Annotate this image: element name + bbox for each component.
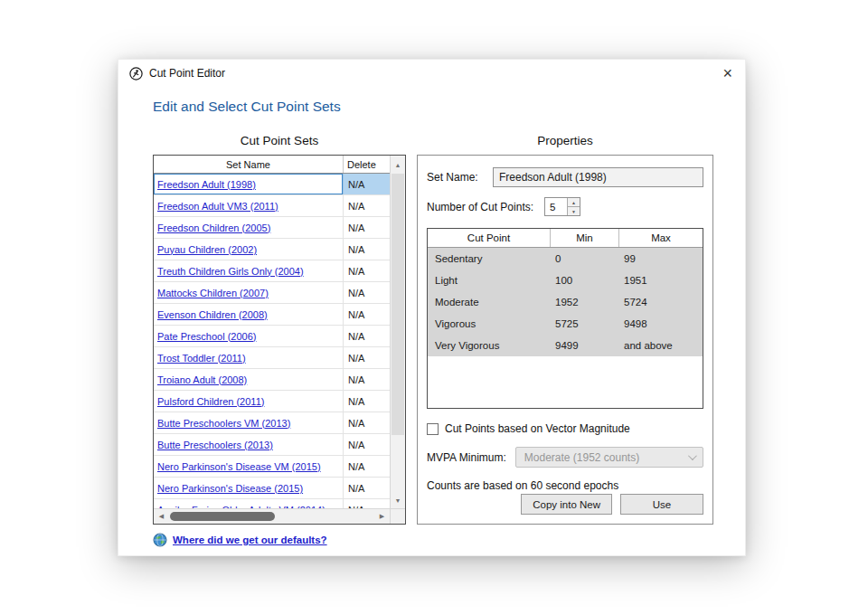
cut-point-min: 9499 — [550, 335, 618, 356]
set-name-cell[interactable]: Freedson Adult (1998) — [154, 174, 343, 194]
set-name-cell[interactable]: Evenson Children (2008) — [154, 304, 343, 325]
set-name-cell[interactable]: Pate Preschool (2006) — [154, 326, 343, 346]
set-name-link[interactable]: Nero Parkinson's Disease (2015) — [157, 483, 303, 494]
set-row[interactable]: Trost Toddler (2011) N/A — [154, 347, 390, 369]
column-header-cut-point: Cut Point — [428, 229, 550, 247]
vector-magnitude-checkbox[interactable] — [427, 423, 439, 435]
set-name-cell[interactable]: Butte Preschoolers (2013) — [154, 434, 343, 455]
set-name-cell[interactable]: Treuth Children Girls Only (2004) — [154, 260, 343, 281]
window-title: Cut Point Editor — [149, 67, 225, 80]
set-row[interactable]: Freedson Adult (1998) N/A — [154, 174, 390, 195]
mvpa-minimum-value: Moderate (1952 counts) — [524, 451, 639, 464]
chevron-down-icon — [688, 451, 697, 460]
left-arrow-icon: ◀ — [159, 513, 164, 519]
delete-cell: N/A — [343, 347, 390, 368]
set-row[interactable]: Freedson Children (2005) N/A — [154, 217, 390, 239]
down-arrow-icon: ▼ — [395, 497, 401, 504]
set-name-cell[interactable]: Puyau Children (2002) — [154, 239, 343, 260]
set-name-link[interactable]: Butte Preschoolers (2013) — [157, 440, 273, 450]
vertical-scrollbar[interactable] — [390, 174, 405, 493]
set-name-link[interactable]: Freedson Children (2005) — [157, 222, 270, 233]
mvpa-minimum-dropdown: Moderate (1952 counts) — [515, 447, 703, 468]
set-row[interactable]: Nero Parkinson's Disease (2015) N/A — [154, 478, 390, 499]
set-name-cell[interactable]: Freedson Adult VM3 (2011) — [154, 195, 343, 216]
set-row[interactable]: Butte Preschoolers VM (2013) N/A — [154, 412, 390, 434]
set-name-row: Set Name: — [427, 167, 703, 187]
delete-cell: N/A — [343, 260, 390, 281]
delete-cell: N/A — [343, 217, 390, 238]
num-cut-points-row: Number of Cut Points: 5 ▲ ▼ — [427, 197, 703, 216]
cut-point-min: 5725 — [550, 313, 618, 335]
cut-point-name: Light — [428, 270, 550, 291]
set-row[interactable]: Nero Parkinson's Disease VM (2015) N/A — [154, 456, 390, 478]
globe-help-icon — [153, 533, 167, 547]
set-row[interactable]: Pate Preschool (2006) N/A — [154, 326, 390, 347]
set-name-cell[interactable]: Freedson Children (2005) — [154, 217, 343, 238]
set-name-cell[interactable]: Trost Toddler (2011) — [154, 347, 343, 368]
set-row[interactable]: Troiano Adult (2008) N/A — [154, 369, 390, 391]
vertical-scrollbar-thumb[interactable] — [392, 174, 404, 435]
scroll-up-button[interactable]: ▲ — [390, 156, 405, 174]
cut-point-editor-window: Cut Point Editor × Edit and Select Cut P… — [118, 59, 746, 556]
set-row[interactable]: Freedson Adult VM3 (2011) N/A — [154, 195, 390, 217]
set-row[interactable]: Butte Preschoolers (2013) N/A — [154, 434, 390, 456]
spin-down-button[interactable]: ▼ — [568, 207, 580, 215]
cut-point-max: and above — [618, 335, 703, 356]
scroll-left-button[interactable]: ◀ — [154, 513, 169, 520]
num-cut-points-stepper[interactable]: 5 ▲ ▼ — [544, 197, 580, 216]
delete-cell: N/A — [343, 239, 390, 260]
set-row[interactable]: Treuth Children Girls Only (2004) N/A — [154, 260, 390, 282]
delete-cell: N/A — [343, 369, 390, 390]
set-name-link[interactable]: Evenson Children (2008) — [157, 309, 268, 320]
set-name-cell[interactable]: Mattocks Children (2007) — [154, 282, 343, 303]
set-row[interactable]: Pulsford Children (2011) N/A — [154, 391, 390, 412]
column-header-set-name[interactable]: Set Name — [154, 159, 343, 170]
set-name-link[interactable]: Treuth Children Girls Only (2004) — [157, 266, 304, 277]
set-name-link[interactable]: Freedson Adult (1998) — [157, 179, 256, 190]
set-row[interactable]: Puyau Children (2002) N/A — [154, 239, 390, 260]
use-button[interactable]: Use — [620, 494, 703, 515]
set-name-cell[interactable]: Butte Preschoolers VM (2013) — [154, 412, 343, 433]
right-arrow-icon: ▶ — [380, 513, 384, 519]
set-name-input[interactable] — [493, 167, 703, 187]
horizontal-scrollbar[interactable]: ◀ ▶ — [154, 508, 390, 524]
set-name-cell[interactable]: Pulsford Children (2011) — [154, 391, 343, 412]
set-name-link[interactable]: Pulsford Children (2011) — [157, 396, 264, 407]
num-cut-points-label: Number of Cut Points: — [427, 201, 533, 213]
action-buttons: Copy into New Use — [427, 494, 703, 515]
set-name-link[interactable]: Trost Toddler (2011) — [157, 353, 246, 364]
epoch-note: Counts are based on 60 second epochs — [427, 479, 703, 492]
set-row[interactable]: Mattocks Children (2007) N/A — [154, 282, 390, 304]
spin-up-button[interactable]: ▲ — [568, 198, 580, 207]
set-name-cell[interactable]: Nero Parkinson's Disease (2015) — [154, 478, 343, 498]
defaults-link[interactable]: Where did we get our defaults? — [173, 535, 327, 545]
set-name-cell[interactable]: Troiano Adult (2008) — [154, 369, 343, 390]
num-cut-points-value: 5 — [545, 198, 567, 215]
set-row[interactable]: Aguilar-Farias Older Adults VM (2014) N/… — [154, 499, 390, 508]
set-name-link[interactable]: Troiano Adult (2008) — [157, 374, 247, 385]
set-name-link[interactable]: Mattocks Children (2007) — [157, 288, 269, 298]
close-button[interactable]: × — [722, 65, 732, 81]
set-row[interactable]: Evenson Children (2008) N/A — [154, 304, 390, 326]
cut-point-row: Sedentary 0 99 — [428, 248, 703, 270]
set-name-link[interactable]: Puyau Children (2002) — [157, 244, 257, 255]
set-name-cell[interactable]: Aguilar-Farias Older Adults VM (2014) — [154, 499, 343, 508]
set-name-link[interactable]: Freedson Adult VM3 (2011) — [157, 201, 278, 212]
set-name-cell[interactable]: Nero Parkinson's Disease VM (2015) — [154, 456, 343, 477]
titlebar: Cut Point Editor × — [118, 60, 745, 87]
set-name-link[interactable]: Butte Preschoolers VM (2013) — [157, 418, 290, 429]
column-header-delete[interactable]: Delete — [343, 156, 390, 173]
delete-cell: N/A — [343, 195, 390, 216]
mvpa-minimum-label: MVPA Minimum: — [427, 451, 506, 464]
set-name-link[interactable]: Pate Preschool (2006) — [157, 331, 256, 342]
cut-point-sets-section: Cut Point Sets Set Name Delete ▲ — [153, 134, 406, 525]
page-title: Edit and Select Cut Point Sets — [153, 99, 712, 115]
horizontal-scrollbar-thumb[interactable] — [170, 512, 275, 521]
column-header-min: Min — [550, 229, 618, 247]
copy-into-new-button[interactable]: Copy into New — [521, 494, 612, 515]
cut-point-min: 100 — [550, 270, 618, 291]
scroll-down-button[interactable]: ▼ — [390, 493, 405, 508]
cut-point-row: Very Vigorous 9499 and above — [428, 335, 703, 356]
set-name-link[interactable]: Nero Parkinson's Disease VM (2015) — [157, 461, 321, 472]
scroll-right-button[interactable]: ▶ — [374, 513, 390, 520]
